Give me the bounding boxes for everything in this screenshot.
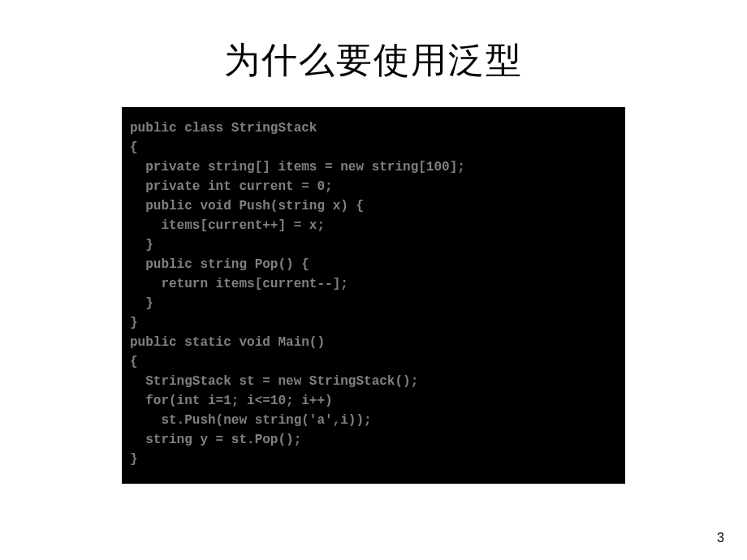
- code-line: for(int i=1; i<=10; i++): [130, 391, 617, 411]
- code-line: {: [130, 138, 617, 157]
- code-line: st.Push(new string('a',i));: [130, 411, 617, 430]
- code-line: public void Push(string x) {: [130, 196, 617, 216]
- code-block: public class StringStack { private strin…: [122, 107, 625, 484]
- code-line: }: [130, 450, 617, 469]
- code-line: string y = st.Pop();: [130, 430, 617, 450]
- code-line: private int current = 0;: [130, 177, 617, 196]
- slide-container: 为什么要使用泛型 public class StringStack { priv…: [0, 0, 747, 560]
- code-line: }: [130, 235, 617, 255]
- code-line: private string[] items = new string[100]…: [130, 157, 617, 177]
- code-line: items[current++] = x;: [130, 216, 617, 235]
- code-line: {: [130, 352, 617, 372]
- slide-title: 为什么要使用泛型: [224, 37, 523, 84]
- code-line: }: [130, 294, 617, 313]
- code-line: return items[current--];: [130, 274, 617, 294]
- code-line: StringStack st = new StringStack();: [130, 372, 617, 391]
- code-line: }: [130, 313, 617, 333]
- code-line: public string Pop() {: [130, 255, 617, 274]
- code-line: public class StringStack: [130, 118, 617, 138]
- code-line: public static void Main(): [130, 333, 617, 352]
- page-number: 3: [717, 531, 724, 545]
